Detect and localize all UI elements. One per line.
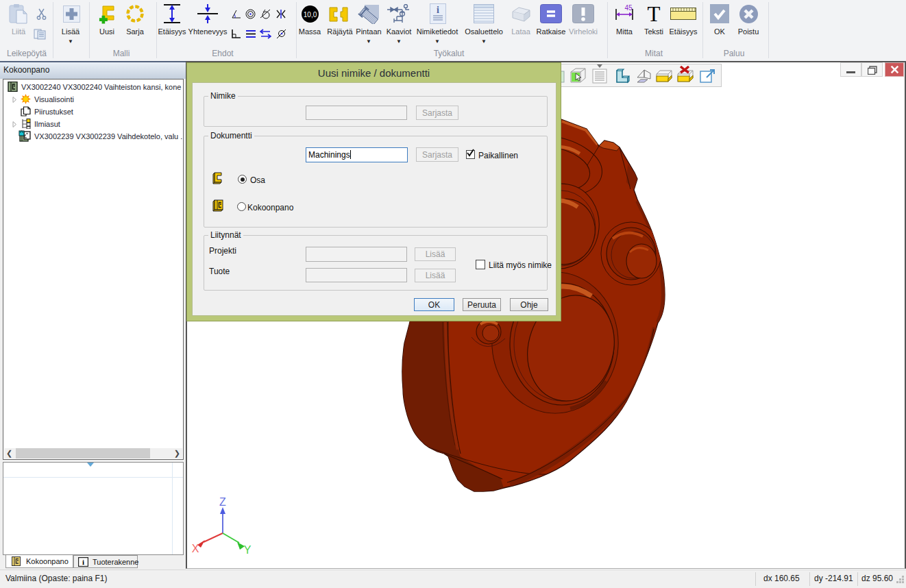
svg-text:i: i (437, 5, 439, 15)
svg-text:Y: Y (244, 544, 252, 556)
svg-text:10,0: 10,0 (304, 11, 317, 19)
svg-text:Z: Z (219, 496, 226, 508)
svg-text:X: X (192, 543, 199, 554)
svg-text:i: i (82, 558, 84, 566)
svg-text:45: 45 (624, 4, 633, 12)
